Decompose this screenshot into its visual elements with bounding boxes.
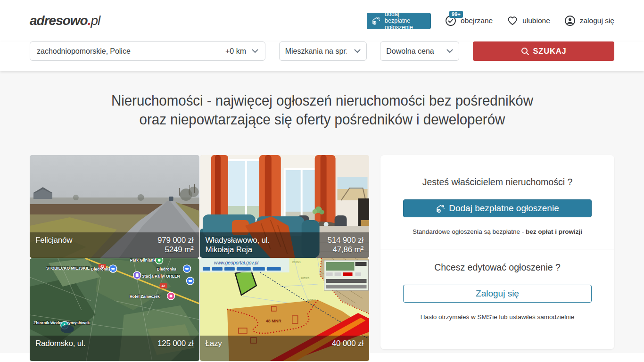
map-label-hotel: Hotel Zameczek	[130, 294, 160, 299]
svg-text:42: 42	[162, 284, 165, 288]
page-title-line2: oraz niepowtarzające się oferty pośredni…	[139, 111, 505, 128]
sidebar-login-label: Zaloguj się	[476, 288, 519, 299]
viewed-link[interactable]: 99+ obejrzane	[445, 15, 493, 26]
edit-box-note: Hasło otrzymałeś w SMS'ie lub ustawiłeś …	[403, 313, 592, 321]
viewed-label: obejrzane	[461, 16, 493, 25]
page-title-line1: Nieruchomości - najwięcej ogłoszeń nieru…	[111, 92, 533, 109]
category-select[interactable]: Mieszkania na sprzedaż	[279, 41, 367, 61]
radius-select[interactable]: +0 km	[225, 47, 258, 56]
zone-label-48mnr: 48 MNR	[265, 319, 281, 323]
house-add-icon	[436, 204, 446, 214]
header-actions: dodaj bezpłatne ogłoszenie 99+ obejrzane	[367, 13, 614, 29]
map-marker-park-icon	[156, 258, 163, 264]
map-label-shop: Biedronka	[91, 267, 111, 272]
svg-text:2063/1: 2063/1	[292, 261, 301, 263]
listing-location: Władysławowo, ul.	[206, 236, 270, 245]
listing-card-lazy[interactable]: 2063/1 2055/5 2055/4	[200, 258, 370, 361]
sidebar-add-listing-button[interactable]: Dodaj bezpłatne ogłoszenie	[403, 199, 592, 217]
house-add-icon	[372, 16, 381, 25]
owner-box-note: Standardowe ogłoszenia są bezpłatne - be…	[403, 228, 592, 235]
map-inset-panel	[324, 260, 368, 290]
listing-card-radomsko[interactable]: 42 42 STOBIECKO MIEJSKIE Park Glinianki …	[30, 258, 199, 361]
listing-price: 40 000 zł	[332, 339, 363, 348]
search-button[interactable]: SZUKAJ	[473, 41, 614, 61]
logo[interactable]: adresowo.pl	[30, 13, 100, 28]
map-marker-shop2-icon	[183, 265, 191, 272]
map-label-area: STOBIECKO MIEJSKIE	[46, 266, 90, 271]
search-bar: zachodniopomorskie,Police +0 km Mieszkan…	[0, 41, 644, 71]
listing-location-line2: Mikołaja Reja	[206, 245, 270, 255]
map-label-shop2: Biedronka	[157, 267, 177, 272]
geoportal-watermark: www.geoportal.gov.pl	[214, 260, 258, 265]
map-label-fuel: Stacja Paliw ORLEN	[142, 274, 180, 279]
map-marker-shop3-icon	[187, 277, 194, 285]
main-content: Nieruchomości - najwięcej ogłoszeń nieru…	[0, 71, 644, 353]
user-circle-icon	[564, 15, 576, 26]
category-value: Mieszkania na sprzedaż	[285, 47, 347, 56]
viewed-count-badge: 99+	[449, 11, 463, 18]
panel-divider	[380, 249, 614, 249]
listing-card-felicjanow[interactable]: Felicjanów 979 000 zł 5249 m²	[30, 155, 199, 258]
listing-price: 979 000 zł	[157, 236, 193, 245]
listing-location: Łazy	[206, 339, 222, 348]
login-link[interactable]: zaloguj się	[564, 15, 614, 26]
sidebar-login-button[interactable]: Zaloguj się	[403, 285, 592, 303]
map-marker-shop-icon	[109, 265, 117, 272]
listing-price: 514 900 zł	[328, 236, 363, 245]
listing-grid: Felicjanów 979 000 zł 5249 m²	[30, 155, 369, 361]
chevron-down-icon	[446, 49, 453, 53]
listing-info-band: Władysławowo, ul. Mikołaja Reja 514 900 …	[200, 232, 370, 258]
listing-area: 47,86 m²	[328, 245, 363, 255]
listing-location: Radomsko, ul.	[35, 339, 85, 348]
favorites-link[interactable]: ulubione	[507, 15, 550, 26]
favorites-label: ulubione	[522, 16, 550, 25]
sidebar-panel: Jesteś właścicielem nieruchomości ? Doda…	[380, 155, 614, 349]
listing-price: 125 000 zł	[157, 339, 193, 348]
chevron-down-icon	[252, 49, 258, 53]
add-listing-label: dodaj bezpłatne ogłoszenie	[385, 11, 426, 31]
price-select[interactable]: Dowolna cena	[380, 41, 459, 61]
location-value: zachodniopomorskie,Police	[37, 47, 132, 56]
chevron-down-icon	[354, 49, 361, 53]
search-icon	[521, 47, 529, 56]
map-marker-fuel-icon	[133, 272, 141, 279]
listing-info-band: Radomsko, ul. 125 000 zł	[30, 336, 199, 361]
edit-box-title: Chcesz edytować ogłoszenie ?	[403, 262, 592, 273]
listing-info-band: Felicjanów 979 000 zł 5249 m²	[30, 232, 199, 258]
heart-icon	[507, 15, 518, 26]
listing-location: Felicjanów	[35, 236, 72, 245]
listing-area: 5249 m²	[157, 245, 193, 255]
page: adresowo.pl dodaj bezpłatne ogłoszenie	[0, 0, 644, 362]
sidebar-add-listing-label: Dodaj bezpłatne ogłoszenie	[449, 203, 559, 214]
add-listing-button[interactable]: dodaj bezpłatne ogłoszenie	[367, 13, 431, 29]
page-title: Nieruchomości - najwięcej ogłoszeń nieru…	[0, 71, 644, 129]
location-input[interactable]: zachodniopomorskie,Police +0 km	[30, 41, 265, 61]
price-value: Dowolna cena	[386, 47, 434, 56]
listing-card-wladyslawowo[interactable]: Władysławowo, ul. Mikołaja Reja 514 900 …	[200, 155, 370, 258]
search-button-label: SZUKAJ	[533, 47, 567, 56]
radius-value: +0 km	[225, 47, 246, 56]
header: adresowo.pl dodaj bezpłatne ogłoszenie	[0, 0, 644, 41]
owner-box-title: Jesteś właścicielem nieruchomości ?	[403, 177, 592, 188]
logo-text: adresowo	[30, 13, 88, 28]
svg-text:2055/5: 2055/5	[300, 277, 309, 280]
login-label: zaloguj się	[580, 16, 614, 25]
map-marker-hotel-icon	[167, 292, 175, 300]
listing-info-band: Łazy 40 000 zł	[200, 336, 370, 361]
map-label-park: Park Glinianki	[130, 258, 157, 263]
